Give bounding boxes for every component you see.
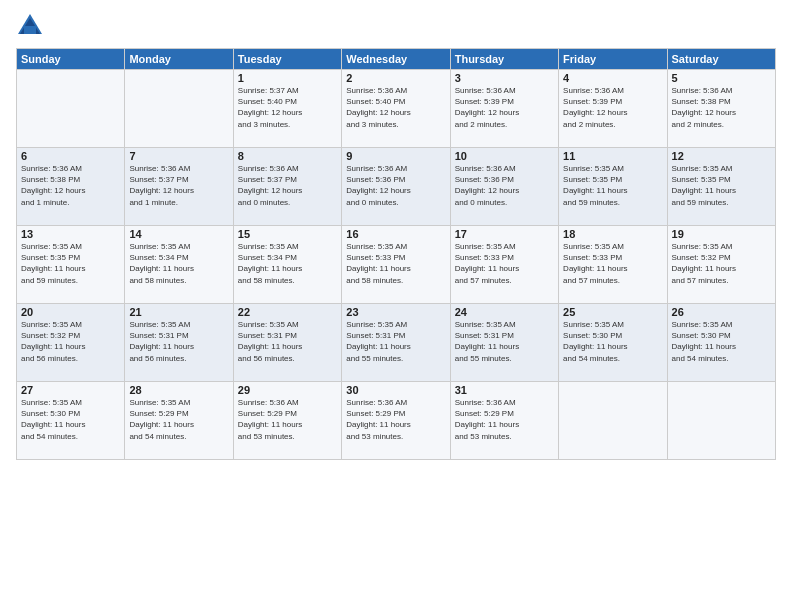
day-info: Sunrise: 5:35 AM Sunset: 5:31 PM Dayligh… — [238, 319, 337, 364]
day-info: Sunrise: 5:36 AM Sunset: 5:37 PM Dayligh… — [238, 163, 337, 208]
calendar-cell: 25Sunrise: 5:35 AM Sunset: 5:30 PM Dayli… — [559, 304, 667, 382]
calendar-cell: 3Sunrise: 5:36 AM Sunset: 5:39 PM Daylig… — [450, 70, 558, 148]
day-number: 2 — [346, 72, 445, 84]
calendar-week-row: 1Sunrise: 5:37 AM Sunset: 5:40 PM Daylig… — [17, 70, 776, 148]
calendar-cell: 20Sunrise: 5:35 AM Sunset: 5:32 PM Dayli… — [17, 304, 125, 382]
day-number: 29 — [238, 384, 337, 396]
calendar-cell: 31Sunrise: 5:36 AM Sunset: 5:29 PM Dayli… — [450, 382, 558, 460]
calendar-week-row: 20Sunrise: 5:35 AM Sunset: 5:32 PM Dayli… — [17, 304, 776, 382]
day-number: 8 — [238, 150, 337, 162]
day-info: Sunrise: 5:36 AM Sunset: 5:39 PM Dayligh… — [455, 85, 554, 130]
day-number: 7 — [129, 150, 228, 162]
calendar-cell: 19Sunrise: 5:35 AM Sunset: 5:32 PM Dayli… — [667, 226, 775, 304]
calendar-cell: 15Sunrise: 5:35 AM Sunset: 5:34 PM Dayli… — [233, 226, 341, 304]
calendar-cell: 5Sunrise: 5:36 AM Sunset: 5:38 PM Daylig… — [667, 70, 775, 148]
logo — [16, 12, 48, 40]
calendar-cell: 14Sunrise: 5:35 AM Sunset: 5:34 PM Dayli… — [125, 226, 233, 304]
calendar-cell: 1Sunrise: 5:37 AM Sunset: 5:40 PM Daylig… — [233, 70, 341, 148]
day-info: Sunrise: 5:35 AM Sunset: 5:30 PM Dayligh… — [21, 397, 120, 442]
day-number: 25 — [563, 306, 662, 318]
calendar-cell — [559, 382, 667, 460]
calendar-cell: 22Sunrise: 5:35 AM Sunset: 5:31 PM Dayli… — [233, 304, 341, 382]
day-number: 11 — [563, 150, 662, 162]
calendar-cell: 6Sunrise: 5:36 AM Sunset: 5:38 PM Daylig… — [17, 148, 125, 226]
calendar-cell: 12Sunrise: 5:35 AM Sunset: 5:35 PM Dayli… — [667, 148, 775, 226]
calendar-cell — [125, 70, 233, 148]
day-number: 16 — [346, 228, 445, 240]
weekday-header: Friday — [559, 49, 667, 70]
calendar-cell: 16Sunrise: 5:35 AM Sunset: 5:33 PM Dayli… — [342, 226, 450, 304]
calendar-cell: 18Sunrise: 5:35 AM Sunset: 5:33 PM Dayli… — [559, 226, 667, 304]
day-number: 9 — [346, 150, 445, 162]
day-number: 18 — [563, 228, 662, 240]
calendar-cell: 23Sunrise: 5:35 AM Sunset: 5:31 PM Dayli… — [342, 304, 450, 382]
day-number: 14 — [129, 228, 228, 240]
calendar-header-row: SundayMondayTuesdayWednesdayThursdayFrid… — [17, 49, 776, 70]
calendar-page: SundayMondayTuesdayWednesdayThursdayFrid… — [0, 0, 792, 612]
weekday-header: Monday — [125, 49, 233, 70]
calendar-cell: 24Sunrise: 5:35 AM Sunset: 5:31 PM Dayli… — [450, 304, 558, 382]
day-info: Sunrise: 5:35 AM Sunset: 5:33 PM Dayligh… — [455, 241, 554, 286]
day-info: Sunrise: 5:35 AM Sunset: 5:35 PM Dayligh… — [21, 241, 120, 286]
day-number: 12 — [672, 150, 771, 162]
day-number: 3 — [455, 72, 554, 84]
calendar-cell: 13Sunrise: 5:35 AM Sunset: 5:35 PM Dayli… — [17, 226, 125, 304]
day-number: 24 — [455, 306, 554, 318]
day-number: 10 — [455, 150, 554, 162]
day-info: Sunrise: 5:35 AM Sunset: 5:30 PM Dayligh… — [672, 319, 771, 364]
day-info: Sunrise: 5:35 AM Sunset: 5:35 PM Dayligh… — [672, 163, 771, 208]
day-info: Sunrise: 5:36 AM Sunset: 5:37 PM Dayligh… — [129, 163, 228, 208]
logo-icon — [16, 12, 44, 40]
weekday-header: Saturday — [667, 49, 775, 70]
day-info: Sunrise: 5:36 AM Sunset: 5:36 PM Dayligh… — [346, 163, 445, 208]
calendar-cell: 26Sunrise: 5:35 AM Sunset: 5:30 PM Dayli… — [667, 304, 775, 382]
day-number: 13 — [21, 228, 120, 240]
calendar-cell: 30Sunrise: 5:36 AM Sunset: 5:29 PM Dayli… — [342, 382, 450, 460]
day-number: 30 — [346, 384, 445, 396]
day-number: 21 — [129, 306, 228, 318]
day-info: Sunrise: 5:35 AM Sunset: 5:33 PM Dayligh… — [563, 241, 662, 286]
calendar-cell — [17, 70, 125, 148]
calendar-cell: 29Sunrise: 5:36 AM Sunset: 5:29 PM Dayli… — [233, 382, 341, 460]
calendar-week-row: 27Sunrise: 5:35 AM Sunset: 5:30 PM Dayli… — [17, 382, 776, 460]
day-info: Sunrise: 5:35 AM Sunset: 5:31 PM Dayligh… — [346, 319, 445, 364]
day-info: Sunrise: 5:35 AM Sunset: 5:32 PM Dayligh… — [21, 319, 120, 364]
calendar-cell: 7Sunrise: 5:36 AM Sunset: 5:37 PM Daylig… — [125, 148, 233, 226]
day-number: 6 — [21, 150, 120, 162]
day-info: Sunrise: 5:36 AM Sunset: 5:29 PM Dayligh… — [238, 397, 337, 442]
weekday-header: Thursday — [450, 49, 558, 70]
calendar-cell: 17Sunrise: 5:35 AM Sunset: 5:33 PM Dayli… — [450, 226, 558, 304]
calendar-cell — [667, 382, 775, 460]
day-info: Sunrise: 5:36 AM Sunset: 5:38 PM Dayligh… — [672, 85, 771, 130]
day-info: Sunrise: 5:35 AM Sunset: 5:30 PM Dayligh… — [563, 319, 662, 364]
day-info: Sunrise: 5:35 AM Sunset: 5:34 PM Dayligh… — [238, 241, 337, 286]
day-info: Sunrise: 5:36 AM Sunset: 5:38 PM Dayligh… — [21, 163, 120, 208]
day-info: Sunrise: 5:36 AM Sunset: 5:36 PM Dayligh… — [455, 163, 554, 208]
calendar-cell: 8Sunrise: 5:36 AM Sunset: 5:37 PM Daylig… — [233, 148, 341, 226]
calendar-week-row: 13Sunrise: 5:35 AM Sunset: 5:35 PM Dayli… — [17, 226, 776, 304]
day-number: 26 — [672, 306, 771, 318]
day-info: Sunrise: 5:36 AM Sunset: 5:29 PM Dayligh… — [455, 397, 554, 442]
day-number: 5 — [672, 72, 771, 84]
day-info: Sunrise: 5:35 AM Sunset: 5:31 PM Dayligh… — [455, 319, 554, 364]
calendar-cell: 11Sunrise: 5:35 AM Sunset: 5:35 PM Dayli… — [559, 148, 667, 226]
day-info: Sunrise: 5:36 AM Sunset: 5:40 PM Dayligh… — [346, 85, 445, 130]
day-number: 15 — [238, 228, 337, 240]
day-number: 27 — [21, 384, 120, 396]
day-info: Sunrise: 5:37 AM Sunset: 5:40 PM Dayligh… — [238, 85, 337, 130]
day-number: 17 — [455, 228, 554, 240]
day-info: Sunrise: 5:35 AM Sunset: 5:34 PM Dayligh… — [129, 241, 228, 286]
calendar-week-row: 6Sunrise: 5:36 AM Sunset: 5:38 PM Daylig… — [17, 148, 776, 226]
calendar-cell: 21Sunrise: 5:35 AM Sunset: 5:31 PM Dayli… — [125, 304, 233, 382]
calendar-cell: 4Sunrise: 5:36 AM Sunset: 5:39 PM Daylig… — [559, 70, 667, 148]
calendar-cell: 28Sunrise: 5:35 AM Sunset: 5:29 PM Dayli… — [125, 382, 233, 460]
day-info: Sunrise: 5:36 AM Sunset: 5:39 PM Dayligh… — [563, 85, 662, 130]
calendar-cell: 9Sunrise: 5:36 AM Sunset: 5:36 PM Daylig… — [342, 148, 450, 226]
day-info: Sunrise: 5:35 AM Sunset: 5:33 PM Dayligh… — [346, 241, 445, 286]
calendar-cell: 27Sunrise: 5:35 AM Sunset: 5:30 PM Dayli… — [17, 382, 125, 460]
day-number: 28 — [129, 384, 228, 396]
day-number: 4 — [563, 72, 662, 84]
day-info: Sunrise: 5:35 AM Sunset: 5:29 PM Dayligh… — [129, 397, 228, 442]
day-number: 1 — [238, 72, 337, 84]
day-info: Sunrise: 5:35 AM Sunset: 5:32 PM Dayligh… — [672, 241, 771, 286]
